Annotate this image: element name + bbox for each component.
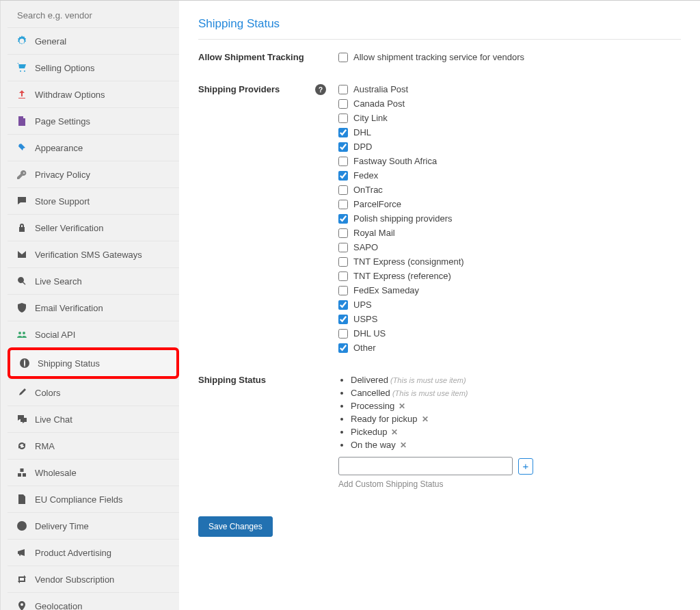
provider-checkbox[interactable] <box>338 329 348 339</box>
remove-status-icon[interactable]: ✕ <box>399 401 405 411</box>
add-status-input[interactable] <box>338 457 513 475</box>
sidebar-item-privacy-policy[interactable]: Privacy Policy <box>8 161 179 187</box>
sidebar-item-label: Verification SMS Gateways <box>35 250 142 260</box>
tracking-checkbox-row[interactable]: Allow shipment tracking service for vend… <box>338 52 681 62</box>
sidebar-item-label: Selling Options <box>35 63 94 73</box>
provider-label: Polish shipping providers <box>353 213 453 224</box>
provider-checkbox[interactable] <box>338 300 348 310</box>
status-item: Cancelled (This is must use item) <box>351 388 681 398</box>
main-content: Shipping Status Allow Shipment Tracking … <box>179 1 700 610</box>
provider-checkbox[interactable] <box>338 257 348 267</box>
provider-checkbox[interactable] <box>338 243 348 252</box>
provider-row[interactable]: SAPO <box>338 242 681 252</box>
provider-label: ParcelForce <box>353 199 401 209</box>
provider-row[interactable]: Other <box>338 343 681 353</box>
provider-checkbox[interactable] <box>338 214 348 224</box>
provider-row[interactable]: TNT Express (consignment) <box>338 256 681 267</box>
provider-row[interactable]: Fedex <box>338 170 681 181</box>
provider-row[interactable]: City Link <box>338 113 681 123</box>
provider-row[interactable]: DHL US <box>338 328 681 339</box>
provider-row[interactable]: Royal Mail <box>338 228 681 238</box>
provider-checkbox[interactable] <box>338 142 348 152</box>
status-item: Ready for pickup✕ <box>351 414 681 424</box>
provider-row[interactable]: USPS <box>338 314 681 324</box>
sidebar-item-rma[interactable]: RMA <box>8 432 179 459</box>
sidebar-item-seller-verification[interactable]: Seller Verification <box>8 214 179 241</box>
sidebar-item-live-chat[interactable]: Live Chat <box>8 406 179 432</box>
globe-icon <box>18 357 31 369</box>
must-use-note: (This is must use item) <box>388 376 466 384</box>
remove-status-icon[interactable]: ✕ <box>422 414 429 424</box>
provider-row[interactable]: Fastway South Africa <box>338 156 681 166</box>
provider-row[interactable]: TNT Express (reference) <box>338 271 681 281</box>
remove-status-icon[interactable]: ✕ <box>391 427 398 437</box>
sidebar-item-appearance[interactable]: Appearance <box>8 134 179 161</box>
provider-checkbox[interactable] <box>338 185 348 195</box>
provider-row[interactable]: UPS <box>338 300 681 310</box>
provider-checkbox[interactable] <box>338 343 348 353</box>
sidebar-item-social-api[interactable]: Social API <box>8 321 179 347</box>
settings-sidebar: GeneralSelling OptionsWithdraw OptionsPa… <box>0 1 179 610</box>
provider-label: DHL US <box>353 328 386 339</box>
status-label-text: Cancelled <box>351 388 390 398</box>
clock-icon <box>16 520 28 532</box>
provider-label: TNT Express (reference) <box>353 271 451 281</box>
sidebar-item-selling-options[interactable]: Selling Options <box>8 54 179 81</box>
sidebar-item-live-search[interactable]: Live Search <box>8 267 179 294</box>
sidebar-item-eu-compliance-fields[interactable]: EU Compliance Fields <box>8 486 179 512</box>
page-icon <box>16 115 28 127</box>
provider-row[interactable]: DPD <box>338 142 681 152</box>
sidebar-item-page-settings[interactable]: Page Settings <box>8 107 179 134</box>
provider-label: Australia Post <box>353 84 408 94</box>
sidebar-item-geolocation[interactable]: Geolocation <box>8 592 179 610</box>
provider-checkbox[interactable] <box>338 128 348 137</box>
sidebar-item-store-support[interactable]: Store Support <box>8 187 179 214</box>
lock-icon <box>16 222 28 234</box>
provider-row[interactable]: OnTrac <box>338 185 681 195</box>
provider-checkbox[interactable] <box>338 171 348 181</box>
sidebar-item-vendor-subscription[interactable]: Vendor Subscription <box>8 566 179 592</box>
provider-checkbox[interactable] <box>338 114 348 123</box>
provider-row[interactable]: Canada Post <box>338 98 681 109</box>
sidebar-item-delivery-time[interactable]: Delivery Time <box>8 512 179 539</box>
sidebar-item-label: Email Verification <box>35 303 103 313</box>
provider-checkbox[interactable] <box>338 315 348 324</box>
provider-row[interactable]: DHL <box>338 127 681 137</box>
provider-checkbox[interactable] <box>338 271 348 281</box>
remove-status-icon[interactable]: ✕ <box>400 440 407 450</box>
provider-label: SAPO <box>353 242 378 252</box>
sidebar-item-withdraw-options[interactable]: Withdraw Options <box>8 81 179 107</box>
sidebar-item-colors[interactable]: Colors <box>8 379 179 406</box>
sidebar-item-email-verification[interactable]: Email Verification <box>8 294 179 321</box>
save-button[interactable]: Save Changes <box>198 516 273 537</box>
provider-checkbox[interactable] <box>338 157 348 166</box>
status-label-text: On the way <box>351 440 396 450</box>
sidebar-item-label: General <box>35 36 66 47</box>
provider-label: FedEx Sameday <box>353 285 419 295</box>
sidebar-item-label: Product Advertising <box>35 548 111 558</box>
provider-checkbox[interactable] <box>338 200 348 209</box>
sidebar-item-general[interactable]: General <box>8 27 179 54</box>
provider-row[interactable]: Australia Post <box>338 84 681 94</box>
add-status-button[interactable]: + <box>518 458 533 475</box>
provider-label: Royal Mail <box>353 228 395 238</box>
sidebar-item-shipping-status[interactable]: Shipping Status <box>8 347 179 379</box>
sidebar-item-label: Vendor Subscription <box>35 574 114 585</box>
sidebar-item-verification-sms-gateways[interactable]: Verification SMS Gateways <box>8 241 179 267</box>
help-icon[interactable]: ? <box>315 84 326 95</box>
sidebar-item-wholesale[interactable]: Wholesale <box>8 459 179 486</box>
tracking-checkbox[interactable] <box>338 53 348 62</box>
sidebar-search-input[interactable] <box>17 10 170 21</box>
provider-checkbox[interactable] <box>338 228 348 238</box>
provider-checkbox[interactable] <box>338 286 348 295</box>
provider-checkbox[interactable] <box>338 85 348 94</box>
sidebar-item-product-advertising[interactable]: Product Advertising <box>8 539 179 566</box>
provider-row[interactable]: ParcelForce <box>338 199 681 209</box>
must-use-note: (This is must use item) <box>390 389 468 397</box>
provider-row[interactable]: Polish shipping providers <box>338 213 681 224</box>
provider-checkbox[interactable] <box>338 99 348 109</box>
provider-label: DPD <box>353 142 372 152</box>
tracking-label: Allow Shipment Tracking <box>198 52 338 66</box>
provider-row[interactable]: FedEx Sameday <box>338 285 681 295</box>
sidebar-item-label: Live Chat <box>35 414 72 425</box>
